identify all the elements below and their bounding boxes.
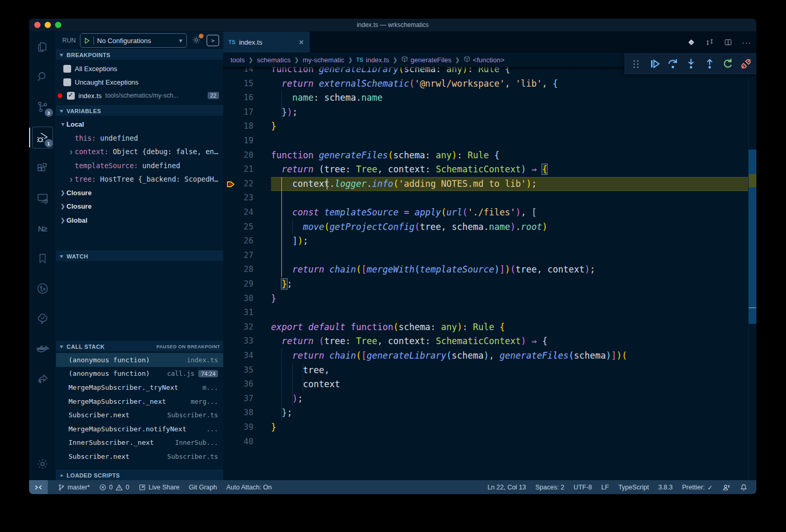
line-number[interactable]: 23 <box>223 191 253 206</box>
code-line[interactable]: 18} <box>223 119 749 134</box>
line-number[interactable]: 25 <box>223 220 253 235</box>
launch-config-dropdown[interactable]: No Configurations ▼ <box>80 33 187 48</box>
paused-breakpoint-icon[interactable] <box>226 180 236 191</box>
code-line[interactable]: 26 ]); <box>223 234 749 249</box>
line-number[interactable]: 37 <box>223 392 253 406</box>
auto-attach-toggle[interactable]: Auto Attach: On <box>222 480 277 494</box>
code-line[interactable]: 15 return externalSchematic('@nrwl/works… <box>223 77 749 91</box>
git-branch-indicator[interactable]: master* <box>53 480 94 494</box>
restart-button[interactable] <box>720 56 736 72</box>
line-number[interactable]: 38 <box>223 406 253 420</box>
test-explorer-icon[interactable] <box>31 307 54 331</box>
line-number[interactable]: 15 <box>223 77 253 91</box>
line-number[interactable]: 24 <box>223 206 253 220</box>
code-line[interactable]: 32export default function(schema: any): … <box>223 320 749 335</box>
twist-icon[interactable]: ❯ <box>67 176 75 182</box>
line-number[interactable]: 28 <box>223 263 253 277</box>
twist-icon[interactable]: ❯ <box>59 217 66 223</box>
callstack-frame[interactable]: MergeMapSubscriber._tryNextm... <box>56 380 223 394</box>
variable-row[interactable]: this: undefined <box>56 131 223 145</box>
live-share-button[interactable]: Live Share <box>134 480 184 494</box>
checkbox[interactable] <box>63 78 71 86</box>
breadcrumb-item[interactable]: schematics <box>257 56 291 64</box>
line-number[interactable]: 16 <box>223 91 253 105</box>
watch-section-header[interactable]: ▼WATCH <box>56 251 223 261</box>
close-window-button[interactable] <box>34 22 40 28</box>
twist-icon[interactable]: ❯ <box>67 149 75 155</box>
callstack-frame[interactable]: InnerSubscriber._nextInnerSub... <box>56 436 223 450</box>
line-number[interactable]: 30 <box>223 292 253 306</box>
code-line[interactable]: 39} <box>223 420 749 435</box>
breakpoints-section-header[interactable]: ▼BREAKPOINTS <box>56 49 223 60</box>
remote-indicator[interactable] <box>29 480 48 494</box>
settings-gear-icon[interactable] <box>31 452 54 476</box>
compare-changes-icon[interactable] <box>705 37 714 47</box>
variable-scope-row[interactable]: ❯Closure <box>56 186 223 199</box>
code-line[interactable]: 27 <box>223 249 749 263</box>
variable-scope-row[interactable]: ▼Local <box>56 117 223 131</box>
variable-row[interactable]: ❯tree: HostTree {_backend: ScopedH… <box>56 172 223 186</box>
code-line[interactable]: 31 <box>223 306 749 320</box>
line-number[interactable]: 31 <box>223 306 253 320</box>
minimize-window-button[interactable] <box>45 22 51 28</box>
share-icon[interactable] <box>31 367 54 391</box>
breadcrumb-item[interactable]: <function> <box>464 56 505 64</box>
variable-scope-row[interactable]: ❯Closure <box>56 200 223 213</box>
variables-section-header[interactable]: ▼VARIABLES <box>56 105 223 116</box>
callstack-frame[interactable]: MergeMapSubscriber._nextmerg... <box>56 394 223 408</box>
notifications-bell-icon[interactable] <box>735 480 752 494</box>
zoom-window-button[interactable] <box>55 22 61 28</box>
callstack-frame[interactable]: Subscriber.nextSubscriber.ts <box>56 449 223 463</box>
line-number[interactable]: 29 <box>223 277 253 292</box>
source-control-icon[interactable]: 3 <box>31 95 54 119</box>
step-into-button[interactable] <box>683 56 699 72</box>
line-number[interactable]: 18 <box>223 119 253 134</box>
indentation-indicator[interactable]: Spaces: 2 <box>531 480 569 494</box>
call-stack-section-header[interactable]: ▼CALL STACK PAUSED ON BREAKPOINT <box>56 341 223 351</box>
checkbox[interactable] <box>63 65 71 73</box>
line-number[interactable]: 21 <box>223 162 253 177</box>
code-line[interactable]: 33 return (tree: Tree, context: Schemati… <box>223 334 749 349</box>
start-debug-icon[interactable] <box>84 37 90 44</box>
more-actions-icon[interactable]: ··· <box>742 38 751 47</box>
tab-index-ts[interactable]: TS index.ts ✕ <box>223 32 310 52</box>
code-line[interactable]: 16 name: schema.name <box>223 91 749 105</box>
callstack-frame[interactable]: (anonymous function)call.js74:24 <box>56 367 223 381</box>
disconnect-button[interactable] <box>738 56 754 72</box>
remote-explorer-icon[interactable] <box>31 186 54 210</box>
line-number[interactable]: 14 <box>223 67 253 77</box>
code-line[interactable]: 40 <box>223 435 749 449</box>
line-number[interactable]: 40 <box>223 435 253 449</box>
line-number[interactable]: 20 <box>223 148 253 163</box>
debug-console-icon[interactable]: > <box>207 35 219 46</box>
variable-row[interactable]: templateSource: undefined <box>56 158 223 172</box>
callstack-frame[interactable]: MergeMapSubscriber.notifyNext... <box>56 422 223 436</box>
line-number[interactable]: 35 <box>223 363 253 378</box>
split-editor-icon[interactable] <box>724 38 733 47</box>
code-line[interactable]: 28 return chain([mergeWith(templateSourc… <box>223 263 749 277</box>
step-out-button[interactable] <box>701 56 717 72</box>
code-line[interactable]: 37 ); <box>223 392 749 406</box>
code-line[interactable]: 23 <box>223 191 749 206</box>
variable-row[interactable]: ❯context: Object {debug: false, en… <box>56 145 223 158</box>
editor-scrollbar[interactable] <box>748 67 756 480</box>
loaded-scripts-section-header[interactable]: ▼LOADED SCRIPTS <box>56 470 223 480</box>
code-line[interactable]: 20function generateFiles(schema: any): R… <box>223 148 749 163</box>
breadcrumb-item[interactable]: generateFiles <box>401 56 452 64</box>
docker-icon[interactable] <box>31 337 54 361</box>
eol-indicator[interactable]: LF <box>597 480 614 494</box>
twist-icon[interactable]: ❯ <box>59 203 66 209</box>
line-number[interactable]: 34 <box>223 349 253 363</box>
search-icon[interactable] <box>31 65 54 89</box>
line-number[interactable]: 26 <box>223 234 253 249</box>
code-line[interactable]: 29 }; <box>223 277 749 292</box>
run-debug-icon[interactable]: 1 <box>31 125 55 150</box>
configure-gear-icon[interactable] <box>191 35 202 46</box>
code-line[interactable]: 34 return chain([generateLibrary(schema)… <box>223 349 749 363</box>
line-number[interactable]: 33 <box>223 334 253 349</box>
cursor-position-indicator[interactable]: Ln 22, Col 13 <box>483 480 531 494</box>
code-line[interactable]: 17 }); <box>223 105 749 120</box>
code-line[interactable]: 35 tree, <box>223 363 749 378</box>
git-graph-icon[interactable] <box>31 277 54 301</box>
extensions-icon[interactable] <box>31 156 54 180</box>
